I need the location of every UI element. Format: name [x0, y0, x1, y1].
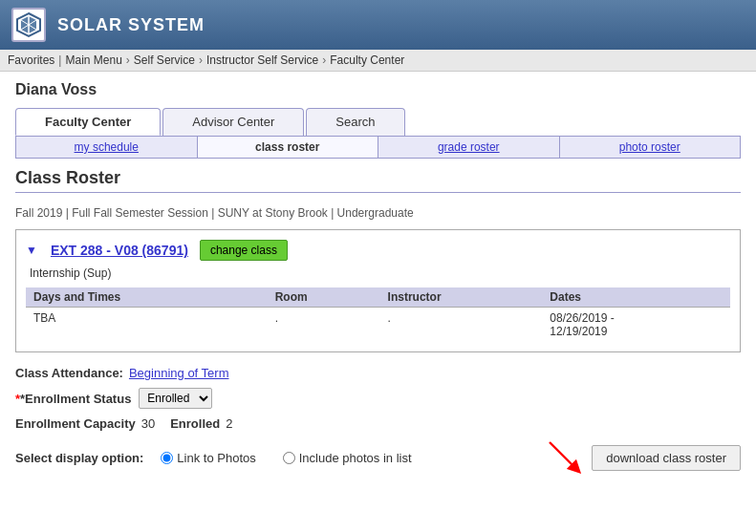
tab-my-schedule[interactable]: my schedule [16, 137, 198, 158]
display-option-label: Select display option: [15, 451, 143, 465]
enrollment-capacity-row: Enrollment Capacity 30 Enrolled 2 [15, 416, 741, 431]
app-title: SOLAR SYSTEM [57, 15, 205, 35]
tab-class-roster[interactable]: class roster [198, 137, 379, 158]
radio-include-photos-label: Include photos in list [299, 451, 412, 465]
enrollment-status-label: **Enrollment Status [15, 392, 131, 406]
tab-advisor-center[interactable]: Advisor Center [162, 108, 304, 136]
capacity-label: Enrollment Capacity [15, 416, 136, 431]
radio-link-photos-input[interactable] [161, 452, 173, 464]
col-dates: Dates [542, 287, 730, 308]
breadcrumb-favorites[interactable]: Favorites [8, 53, 54, 67]
radio-link-photos[interactable]: Link to Photos [161, 451, 255, 465]
attendance-label: Class Attendance: [15, 366, 123, 380]
breadcrumb: Favorites | Main Menu › Self Service › I… [0, 50, 756, 72]
class-title[interactable]: EXT 288 - V08 (86791) [51, 243, 188, 258]
capacity-item: Enrollment Capacity 30 [15, 416, 155, 431]
display-option-row: Select display option: Link to Photos In… [15, 451, 431, 465]
radio-link-photos-label: Link to Photos [177, 451, 255, 465]
col-instructor: Instructor [380, 287, 543, 308]
header: SOLAR SYSTEM [0, 0, 756, 50]
breadcrumb-instructor-self-service[interactable]: Instructor Self Service [206, 53, 318, 67]
attendance-link[interactable]: Beginning of Term [129, 366, 229, 380]
cell-dates: 08/26/2019 -12/19/2019 [542, 308, 730, 343]
triangle-icon: ▼ [26, 244, 37, 257]
page-title: Class Roster [15, 168, 741, 193]
svg-line-6 [550, 442, 576, 469]
cell-days-times: TBA [26, 308, 268, 343]
user-name: Diana Voss [15, 81, 741, 98]
class-box: ▼ EXT 288 - V08 (86791) change class Int… [15, 229, 741, 352]
enrolled-value: 2 [226, 416, 232, 431]
tab-grade-roster[interactable]: grade roster [378, 137, 560, 158]
tab-search[interactable]: Search [306, 108, 404, 136]
class-header: ▼ EXT 288 - V08 (86791) change class [26, 240, 730, 261]
tab-photo-roster[interactable]: photo roster [560, 137, 741, 158]
radio-include-photos[interactable]: Include photos in list [283, 451, 412, 465]
bottom-section: Select display option: Link to Photos In… [15, 438, 741, 477]
download-class-roster-button[interactable]: download class roster [592, 445, 741, 471]
breadcrumb-faculty-center[interactable]: Faculty Center [330, 53, 404, 67]
col-room: Room [268, 287, 380, 308]
schedule-table: Days and Times Room Instructor Dates TBA… [26, 287, 730, 342]
bottom-tab-row: my schedule class roster grade roster ph… [15, 136, 741, 159]
breadcrumb-main-menu[interactable]: Main Menu [65, 53, 121, 67]
class-attendance-section: Class Attendance: Beginning of Term [15, 366, 741, 380]
logo [11, 8, 46, 42]
top-tab-row: Faculty Center Advisor Center Search [15, 108, 741, 136]
cell-room: . [268, 308, 380, 343]
tab-faculty-center[interactable]: Faculty Center [15, 108, 161, 136]
enrollment-status-row: **Enrollment Status Enrolled Dropped All [15, 388, 741, 409]
cell-instructor: . [380, 308, 543, 343]
red-arrow-icon [546, 438, 584, 477]
download-section: download class roster [546, 438, 741, 477]
radio-include-photos-input[interactable] [283, 452, 295, 464]
change-class-button[interactable]: change class [200, 240, 288, 261]
enrollment-status-select[interactable]: Enrolled Dropped All [139, 388, 212, 409]
class-subtitle: Internship (Sup) [30, 266, 730, 280]
schedule-row: TBA . . 08/26/2019 -12/19/2019 [26, 308, 730, 343]
enrolled-item: Enrolled 2 [170, 416, 232, 431]
session-info: Fall 2019 | Full Fall Semester Session |… [15, 206, 741, 220]
enrolled-label: Enrolled [170, 416, 220, 431]
capacity-value: 30 [141, 416, 155, 431]
col-days-times: Days and Times [26, 287, 268, 308]
breadcrumb-self-service[interactable]: Self Service [134, 53, 195, 67]
